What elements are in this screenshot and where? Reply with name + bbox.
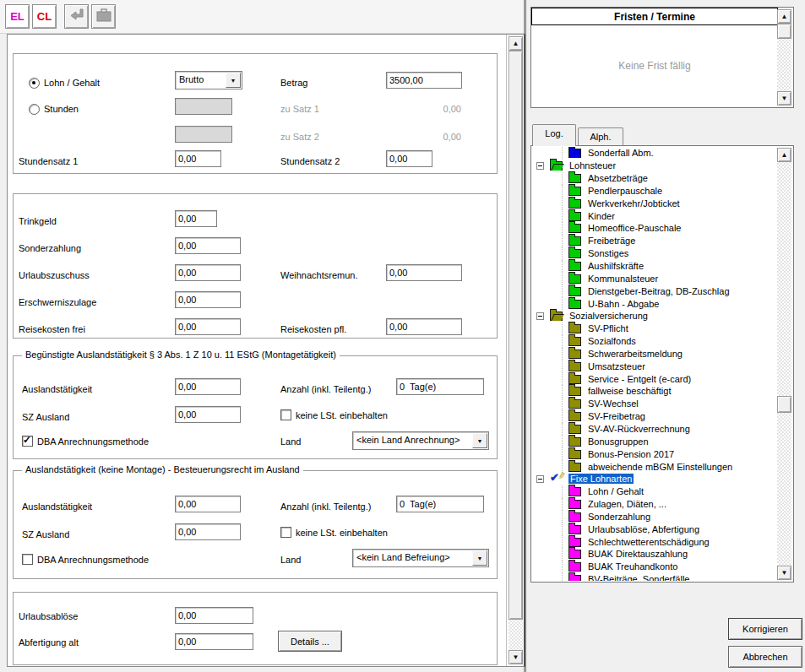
tree-item[interactable]: ✔✎Fixe Lohnarten [533, 473, 776, 485]
tree-item[interactable]: SV-Pflicht [533, 322, 776, 335]
keine-montage-groupbox: Auslandstätigkeit (keine Montage) - Best… [13, 470, 498, 579]
tree-item[interactable]: Sozialversicherung [533, 310, 776, 322]
tree-item[interactable]: Zulagen, Diäten, ... [533, 498, 776, 511]
tree-item[interactable]: U-Bahn - Abgabe [533, 297, 776, 310]
scroll-down-button[interactable]: ▼ [509, 650, 523, 664]
tree-item[interactable]: Urlaubsablöse, Abfertigung [533, 523, 776, 535]
scroll-up-button[interactable]: ▲ [777, 9, 791, 24]
expand-minus-icon[interactable] [536, 162, 544, 170]
tree-scrollbar-thumb[interactable] [777, 396, 791, 413]
abfertigung-alt-input[interactable] [175, 633, 253, 650]
abbrechen-button[interactable]: Abbrechen [728, 646, 802, 668]
scroll-up-button[interactable]: ▲ [509, 36, 523, 51]
tree-item[interactable]: Schwerarbeitsmeldung [533, 348, 776, 360]
reisekosten-frei-input[interactable] [175, 318, 241, 335]
tree-item[interactable]: Pendlerpauschale [533, 185, 776, 198]
auslandstaetigkeit2-input[interactable] [175, 496, 241, 512]
chevron-down-icon[interactable]: ▼ [472, 433, 487, 448]
tree-item[interactable]: Kommunalsteuer [533, 272, 776, 285]
expand-minus-icon[interactable] [536, 475, 544, 483]
anzahl2-tage-input[interactable] [396, 496, 484, 512]
fristen-scrollbar-thumb[interactable] [777, 24, 791, 39]
scroll-up-button[interactable]: ▲ [777, 148, 791, 162]
montage-groupbox-title: Begünstigte Auslandstätigkeit § 3 Abs. 1… [22, 350, 340, 360]
urlaubsabloese-input[interactable] [175, 607, 253, 624]
tree-item[interactable]: Umsatzsteuer [533, 360, 776, 372]
stundensatz1-input[interactable] [175, 150, 221, 167]
tree-item[interactable]: BV-Beiträge, Sonderfälle [533, 573, 776, 581]
tree-item[interactable]: SV-Wechsel [533, 398, 776, 410]
brutto-combobox[interactable]: Brutto ▼ [175, 71, 242, 89]
fristen-empty-text: Keine Frist fällig [531, 60, 778, 72]
land-befreiung-combobox[interactable]: <kein Land Befreiung> ▼ [352, 549, 489, 567]
tab-alph[interactable]: Alph. [578, 127, 623, 146]
weihnachtsremun-input[interactable] [386, 264, 462, 281]
zu-satz1-label: zu Satz 1 [280, 104, 319, 114]
folder-icon [568, 362, 581, 371]
scroll-down-button[interactable]: ▼ [777, 91, 791, 106]
reisekosten-pfl-input[interactable] [386, 318, 462, 335]
tab-log[interactable]: Log. [532, 124, 576, 146]
radio-lohn-gehalt[interactable] [29, 78, 40, 89]
stundensatz1-label: Stundensatz 1 [19, 156, 78, 166]
tree-scrollbar-track[interactable] [777, 148, 791, 580]
auslandstaetigkeit2-label: Auslandstätigkeit [22, 501, 92, 512]
tree-item[interactable]: Lohnsteuer [533, 160, 776, 172]
cl-button[interactable]: CL [32, 4, 57, 29]
tree-item[interactable]: abweichende mBGM Einstellungen [533, 460, 776, 473]
chevron-down-icon[interactable]: ▼ [472, 550, 487, 566]
tree-item[interactable]: Aushilfskräfte [533, 260, 776, 273]
tree-item[interactable]: Sozialfonds [533, 335, 776, 348]
tree-item[interactable]: Lohn / Gehalt [533, 485, 776, 498]
tree-item[interactable]: Absetzbeträge [533, 172, 776, 185]
auslandstaetigkeit-input[interactable] [175, 378, 241, 395]
folder-icon [568, 187, 581, 196]
return-arrow-button[interactable] [64, 4, 89, 29]
tree-item-label: Werkverkehr/Jobticket [586, 198, 682, 209]
fristen-termine-panel: Fristen / Termine Keine Frist fällig ▲ ▼ [530, 7, 794, 108]
tree-item[interactable]: BUAK Treuhandkonto [533, 561, 776, 573]
keine-lst-checkbox[interactable] [280, 409, 291, 420]
form-scrollbar-thumb[interactable] [509, 51, 523, 620]
tree-item[interactable]: Freibeträge [533, 235, 776, 247]
sz-ausland-input[interactable] [175, 406, 241, 423]
expand-minus-icon[interactable] [536, 312, 544, 320]
radio-stunden[interactable] [29, 104, 40, 115]
folder-icon [568, 387, 581, 396]
details-button[interactable]: Details ... [278, 631, 342, 652]
anzahl-tage-input[interactable] [396, 378, 484, 395]
betrag-input[interactable] [386, 72, 462, 89]
tab-log-label: Log. [545, 128, 563, 138]
tree-item[interactable]: Sonderzahlung [533, 510, 776, 523]
tree-item[interactable]: Sonstiges [533, 247, 776, 260]
trinkgeld-input[interactable] [175, 210, 217, 227]
sz-ausland2-input[interactable] [175, 523, 241, 540]
tree-item[interactable]: Kinder [533, 209, 776, 222]
tree-item[interactable]: Dienstgeber-Beitrag, DB-Zuschlag [533, 285, 776, 297]
scroll-down-button[interactable]: ▼ [777, 566, 791, 580]
land-anrechnung-combobox[interactable]: <kein Land Anrechnung> ▼ [352, 431, 489, 450]
tree-item[interactable]: Service - Entgelt (e-card) [533, 372, 776, 385]
tree-item[interactable]: BUAK Direktauszahlung [533, 548, 776, 561]
tree-item[interactable]: SV-AV-Rückverrechnung [533, 423, 776, 436]
tree-item[interactable]: Homeoffice-Pauschale [533, 222, 776, 235]
briefcase-button[interactable] [91, 4, 116, 29]
tree-item[interactable]: Bonusgruppen [533, 435, 776, 447]
tree-item[interactable]: Bonus-Pension 2017 [533, 447, 776, 460]
korrigieren-button[interactable]: Korrigieren [728, 618, 802, 640]
dba2-checkbox[interactable] [22, 554, 33, 565]
stundensatz2-input[interactable] [386, 150, 432, 167]
tree-item[interactable]: Sonderfall Abm. [533, 147, 776, 160]
tree-item[interactable]: Werkverkehr/Jobticket [533, 197, 776, 209]
tree-item[interactable]: Schlechtwetterentschädigung [533, 535, 776, 548]
el-button[interactable]: EL [5, 4, 30, 29]
keine-lst2-checkbox[interactable] [280, 527, 291, 538]
tree-item[interactable]: SV-Freibetrag [533, 410, 776, 423]
tree-item[interactable]: fallweise beschäftigt [533, 385, 776, 398]
sonderzahlung-input[interactable] [175, 237, 241, 254]
folder-icon [568, 500, 581, 509]
urlaubszuschuss-input[interactable] [175, 264, 241, 281]
chevron-down-icon[interactable]: ▼ [226, 73, 241, 88]
erschwerniszulage-input[interactable] [175, 291, 241, 308]
dba-checkbox[interactable] [22, 436, 33, 447]
